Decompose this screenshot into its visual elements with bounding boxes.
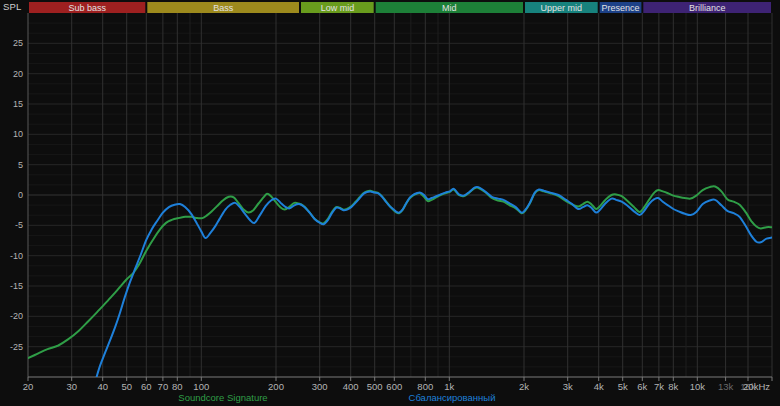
y-tick-label: -25	[10, 342, 23, 352]
x-tick-label: 500	[367, 381, 383, 392]
y-tick-label: 25	[13, 38, 23, 48]
x-tick-label: 7k	[654, 381, 664, 392]
legend-soundcore-signature[interactable]: Soundcore Signature	[178, 392, 267, 403]
x-tick-label: 30	[66, 381, 77, 392]
band-label: Mid	[442, 3, 457, 13]
y-axis-title: SPL	[3, 1, 22, 12]
x-tick-label: 50	[121, 381, 132, 392]
band-label: Sub bass	[68, 3, 106, 13]
band-label: Upper mid	[541, 3, 583, 13]
x-tick-label: 8k	[668, 381, 678, 392]
x-tick-label: 6k	[637, 381, 647, 392]
y-tick-label: -20	[10, 311, 23, 321]
chart-canvas: Sub bassBassLow midMidUpper midPresenceB…	[0, 0, 780, 406]
x-tick-label: 400	[343, 381, 359, 392]
y-tick-label: 0	[18, 190, 23, 200]
x-tick-label: 100	[193, 381, 209, 392]
x-tick-label: 300	[312, 381, 328, 392]
x-tick-label: 5k	[618, 381, 628, 392]
band-label: Presence	[601, 3, 639, 13]
x-tick-label: 60	[141, 381, 152, 392]
x-tick-label: 20	[23, 381, 34, 392]
y-tick-label: -15	[10, 281, 23, 291]
x-tick-label: 800	[417, 381, 433, 392]
y-tick-label: -10	[10, 251, 23, 261]
x-tick-label: 200	[268, 381, 284, 392]
x-tick-label: 40	[97, 381, 108, 392]
y-tick-label: 10	[13, 129, 23, 139]
band-label: Low mid	[321, 3, 355, 13]
band-label: Bass	[213, 3, 234, 13]
x-tick-label: 4k	[594, 381, 604, 392]
y-tick-label: 20	[13, 69, 23, 79]
x-tick-label: 13k	[718, 381, 734, 392]
y-tick-label: 5	[18, 160, 23, 170]
x-tick-label: 2k	[519, 381, 529, 392]
x-tick-label: 600	[386, 381, 402, 392]
x-tick-label: 3k	[563, 381, 573, 392]
x-tick-label: 1k	[444, 381, 454, 392]
legend-balanced[interactable]: Сбалансированный	[409, 392, 496, 403]
y-tick-label: 15	[13, 99, 23, 109]
x-tick-label: 80	[172, 381, 183, 392]
band-label: Brilliance	[689, 3, 726, 13]
y-tick-label: -5	[15, 220, 23, 230]
x-tick-label: 20kHz	[743, 381, 770, 392]
series-line-сбалансированный	[96, 187, 772, 380]
x-tick-label: 10k	[690, 381, 706, 392]
frequency-response-chart: Sub bassBassLow midMidUpper midPresenceB…	[0, 0, 780, 406]
x-tick-label: 70	[158, 381, 169, 392]
